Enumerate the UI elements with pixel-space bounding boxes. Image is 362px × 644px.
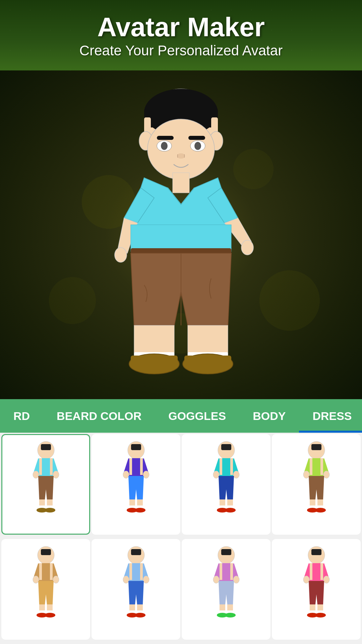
svg-rect-119	[226, 610, 234, 613]
svg-point-121	[225, 613, 236, 618]
svg-rect-34	[39, 458, 42, 475]
svg-rect-45	[131, 444, 141, 450]
svg-rect-30	[184, 356, 231, 366]
svg-point-49	[123, 471, 129, 478]
svg-rect-113	[230, 563, 233, 580]
svg-rect-32	[41, 444, 51, 450]
tab-beard-color[interactable]: BEARD COLOR	[43, 399, 155, 433]
svg-rect-67	[226, 505, 234, 508]
svg-rect-48	[140, 458, 143, 475]
svg-rect-106	[136, 610, 144, 613]
tab-body[interactable]: BODY	[239, 399, 299, 433]
svg-rect-73	[310, 458, 312, 475]
svg-point-7	[147, 119, 215, 179]
svg-rect-93	[46, 610, 54, 613]
svg-rect-84	[41, 549, 51, 555]
svg-point-50	[143, 471, 149, 478]
svg-rect-61	[230, 458, 233, 475]
app-title: Avatar Maker	[97, 12, 265, 43]
svg-rect-9	[188, 136, 205, 140]
app-subtitle: Create Your Personalized Avatar	[79, 43, 283, 59]
avatar-figure	[97, 84, 265, 386]
svg-rect-53	[128, 505, 136, 508]
svg-rect-86	[39, 563, 42, 580]
svg-point-101	[123, 576, 129, 583]
svg-rect-126	[320, 563, 323, 580]
svg-rect-118	[219, 610, 226, 613]
svg-point-128	[323, 576, 329, 583]
svg-point-102	[143, 576, 149, 583]
svg-point-89	[53, 576, 59, 583]
svg-rect-97	[131, 549, 141, 555]
svg-rect-79	[309, 505, 316, 508]
svg-point-69	[225, 508, 236, 513]
svg-point-56	[135, 508, 145, 513]
app-header: Avatar Maker Create Your Personalized Av…	[0, 0, 362, 70]
tab-dress[interactable]: DRESS	[299, 399, 362, 433]
svg-rect-112	[220, 563, 222, 580]
svg-rect-71	[311, 444, 321, 450]
svg-rect-20	[131, 225, 231, 252]
outfit-selection-area	[0, 433, 362, 644]
svg-rect-58	[221, 444, 231, 450]
svg-point-63	[233, 471, 239, 478]
svg-point-114	[213, 576, 219, 583]
outfit-item-6[interactable]	[92, 539, 180, 640]
svg-rect-60	[220, 458, 222, 475]
svg-rect-92	[38, 610, 46, 613]
svg-point-43	[45, 508, 55, 513]
svg-rect-125	[310, 563, 312, 580]
svg-point-88	[33, 576, 39, 583]
svg-point-14	[177, 153, 185, 159]
svg-rect-99	[129, 563, 132, 580]
svg-rect-35	[50, 458, 53, 475]
outfit-item-8[interactable]	[272, 539, 361, 640]
outfit-grid	[0, 433, 362, 644]
svg-rect-105	[128, 610, 136, 613]
tab-beard[interactable]: RD	[0, 399, 43, 433]
svg-rect-123	[311, 549, 321, 555]
svg-rect-28	[131, 356, 178, 366]
svg-point-37	[53, 471, 59, 478]
svg-point-19	[241, 240, 253, 255]
outfit-item-4[interactable]	[272, 434, 361, 535]
svg-rect-23	[134, 325, 174, 356]
outfit-item-5[interactable]	[1, 539, 90, 640]
svg-rect-40	[38, 505, 46, 508]
svg-rect-54	[136, 505, 144, 508]
svg-rect-47	[129, 458, 132, 475]
outfit-item-2[interactable]	[92, 434, 180, 535]
svg-point-12	[161, 142, 168, 150]
svg-rect-131	[309, 610, 316, 613]
svg-point-115	[233, 576, 239, 583]
svg-rect-132	[316, 610, 324, 613]
svg-point-62	[213, 471, 219, 478]
svg-point-127	[303, 576, 309, 583]
outfit-item-3[interactable]	[182, 434, 270, 535]
svg-point-18	[115, 248, 127, 262]
svg-rect-66	[219, 505, 226, 508]
svg-rect-41	[46, 505, 54, 508]
svg-rect-17	[173, 173, 189, 193]
svg-point-13	[194, 142, 201, 150]
svg-point-75	[303, 471, 309, 478]
svg-rect-87	[50, 563, 53, 580]
svg-rect-110	[221, 549, 231, 555]
outfit-item-1[interactable]	[1, 434, 90, 535]
avatar-preview-area	[0, 70, 362, 399]
svg-point-134	[315, 613, 326, 618]
svg-point-108	[135, 613, 145, 618]
svg-point-36	[33, 471, 39, 478]
tab-goggles[interactable]: GOGGLES	[155, 399, 239, 433]
svg-rect-74	[320, 458, 323, 475]
category-tab-bar: RD BEARD COLOR GOGGLES BODY DRESS	[0, 399, 362, 433]
svg-rect-24	[188, 325, 228, 356]
svg-point-95	[45, 613, 55, 618]
svg-rect-100	[140, 563, 143, 580]
outfit-item-7[interactable]	[182, 539, 270, 640]
svg-point-76	[323, 471, 329, 478]
svg-rect-80	[316, 505, 324, 508]
svg-point-82	[315, 508, 326, 513]
svg-rect-8	[157, 136, 174, 140]
